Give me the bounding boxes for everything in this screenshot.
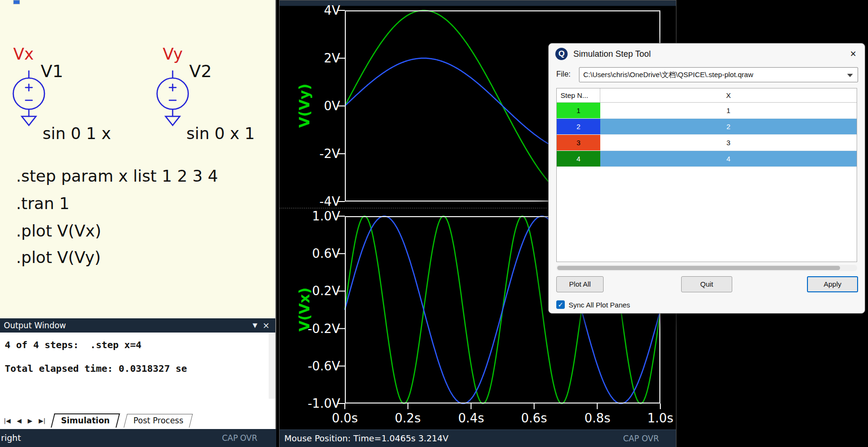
directive-plot-vy[interactable]: .plot V(Vy) [16, 248, 101, 267]
tab-simulation[interactable]: Simulation [51, 413, 120, 428]
sync-checkbox-row: ✓ Sync All Plot Panes [556, 300, 630, 309]
log-line: Total elapsed time: 0.0318327 se [0, 363, 275, 374]
table-row[interactable]: 11 [557, 103, 857, 119]
output-window-titlebar[interactable]: Output Window ▼ × [0, 318, 275, 333]
tick-label: 4V [301, 3, 340, 18]
directive-plot-vx[interactable]: .plot V(Vx) [16, 221, 101, 240]
caps-indicator: CAP [623, 430, 639, 447]
file-label: File: [556, 70, 570, 79]
qspice-logo-icon: Q [555, 48, 568, 60]
plot-all-button[interactable]: Plot All [556, 276, 604, 292]
table-row[interactable]: 33 [557, 135, 857, 151]
vertical-scrollbar[interactable] [269, 333, 275, 399]
tab-label: Simulation [61, 416, 110, 425]
ovr-indicator: OVR [641, 430, 659, 447]
check-icon: ✓ [558, 301, 563, 308]
nav-prev-icon[interactable]: ◀ [17, 417, 21, 424]
output-window-title: Output Window [4, 321, 66, 330]
close-icon[interactable]: × [263, 318, 270, 333]
tick-label: 0V [301, 99, 340, 113]
table-row[interactable]: 22 [557, 119, 857, 135]
caps-indicator: CAP [222, 429, 238, 447]
tick-label: 0.0s [324, 411, 366, 425]
plot-statusbar: Mouse Position: Time=1.0465s 3.214V CAP … [280, 429, 676, 447]
column-step[interactable]: Step N... [557, 88, 600, 102]
tab-label: Post Process [133, 416, 183, 425]
net-label-vy[interactable]: Vy [163, 44, 183, 63]
source-value-v1[interactable]: sin 0 1 x [43, 124, 111, 143]
apply-button[interactable]: Apply [807, 276, 858, 292]
output-tabbar: |◀ ◀ ▶ ▶| Simulation Post Process [0, 412, 275, 429]
net-label-vx[interactable]: Vx [13, 44, 34, 63]
tick-label: -0.2V [301, 322, 340, 336]
nav-next-icon[interactable]: ▶ [28, 417, 33, 424]
tick-label: -2V [301, 147, 340, 161]
checkbox-label: Sync All Plot Panes [569, 301, 630, 309]
scrollbar-thumb[interactable] [557, 266, 840, 270]
output-log[interactable]: 4 of 4 steps: .step x=4 Total elapsed ti… [0, 333, 275, 412]
mouse-position: Mouse Position: Time=1.0465s 3.214V [284, 433, 448, 443]
step-table-rows: 11223344 [557, 103, 857, 167]
nav-last-icon[interactable]: ▶| [39, 417, 45, 424]
quit-button[interactable]: Quit [681, 276, 732, 292]
output-window: Output Window ▼ × 4 of 4 steps: .step x=… [0, 318, 276, 429]
dock-menu-icon[interactable]: ▼ [253, 318, 257, 333]
tick-label: -4V [301, 194, 340, 209]
dialog-titlebar[interactable]: Q Simulation Step Tool × [549, 44, 865, 64]
tick-label: 0.2V [301, 284, 340, 298]
tick-label: 1.0V [301, 209, 340, 223]
source-value-v2[interactable]: sin 0 x 1 [186, 124, 255, 143]
tick-label: 0.2s [386, 411, 429, 425]
tick-label: 1.0s [639, 411, 682, 425]
step-table[interactable]: Step N... X 11223344 [556, 88, 857, 262]
dialog-title: Simulation Step Tool [573, 44, 651, 64]
tick-label: -1.0V [301, 396, 340, 411]
chevron-down-icon[interactable] [847, 74, 853, 77]
nav-first-icon[interactable]: |◀ [4, 417, 10, 424]
tick-label: 0.6s [513, 411, 555, 425]
schematic-editor[interactable]: Vx V1 sin 0 1 x Vy V2 sin 0 x 1 .step pa… [0, 0, 276, 318]
table-row[interactable]: 44 [557, 151, 857, 167]
tick-label: 0.6V [301, 246, 340, 261]
status-text: right [0, 433, 21, 443]
directive-tran[interactable]: .tran 1 [16, 194, 70, 213]
voltage-source-symbol[interactable] [8, 70, 50, 131]
file-path: C:\Users\chris\OneDrive\文档\QSPICE\.step-… [583, 70, 753, 79]
file-row: File: C:\Users\chris\OneDrive\文档\QSPICE\… [549, 67, 865, 82]
statusbar-left: right CAP OVR [0, 429, 276, 447]
voltage-source-symbol[interactable] [151, 70, 194, 131]
ovr-indicator: OVR [240, 429, 257, 447]
simulation-step-tool-dialog[interactable]: Q Simulation Step Tool × File: C:\Users\… [548, 43, 865, 314]
tick-label: 0.4s [450, 411, 492, 425]
tick-label: -0.6V [301, 359, 340, 373]
sync-checkbox[interactable]: ✓ [556, 300, 565, 309]
app-icon [13, 0, 20, 4]
file-combobox[interactable]: C:\Users\chris\OneDrive\文档\QSPICE\.step-… [579, 67, 858, 82]
close-icon[interactable]: × [850, 44, 856, 64]
tick-label: 2V [301, 51, 340, 65]
table-hscrollbar[interactable] [556, 265, 857, 271]
tab-post-process[interactable]: Post Process [124, 414, 193, 428]
table-header: Step N... X [557, 88, 857, 103]
log-line: 4 of 4 steps: .step x=4 [0, 339, 275, 351]
tick-label: 0.8s [576, 411, 619, 425]
column-x[interactable]: X [600, 88, 857, 102]
directive-step[interactable]: .step param x list 1 2 3 4 [16, 167, 218, 185]
